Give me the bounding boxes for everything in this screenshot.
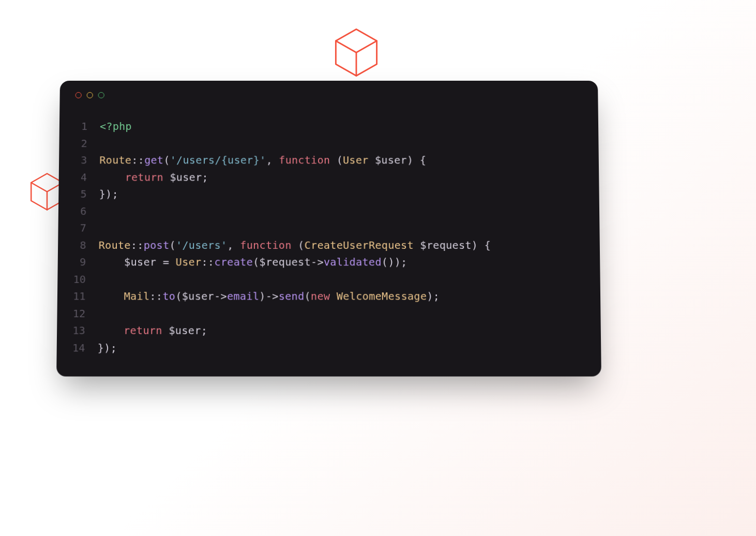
token bbox=[99, 171, 125, 183]
token: , bbox=[227, 239, 240, 251]
token: , bbox=[266, 154, 279, 166]
token: new bbox=[311, 290, 330, 302]
token: ; bbox=[202, 171, 208, 183]
close-icon[interactable] bbox=[75, 92, 82, 98]
token: ( bbox=[305, 290, 311, 302]
token: email bbox=[227, 290, 259, 302]
token: ; bbox=[201, 324, 208, 337]
code-line: 7 bbox=[74, 219, 584, 236]
token: ) { bbox=[407, 154, 426, 166]
token: function bbox=[240, 239, 292, 251]
token: User bbox=[176, 256, 202, 268]
token: get bbox=[144, 154, 163, 166]
maximize-icon[interactable] bbox=[98, 92, 104, 98]
line-number: 10 bbox=[73, 271, 98, 288]
line-content: }); bbox=[98, 339, 117, 356]
code-line: 11 Mail::to($user->email)->send(new Welc… bbox=[73, 288, 585, 305]
token: validated bbox=[324, 256, 382, 268]
line-number: 5 bbox=[74, 186, 99, 203]
code-line: 3Route::get('/users/{user}', function (U… bbox=[74, 152, 583, 169]
token: Mail bbox=[124, 290, 149, 302]
line-number: 11 bbox=[73, 288, 98, 305]
token: '/users' bbox=[176, 239, 228, 251]
line-number: 2 bbox=[74, 135, 99, 152]
line-number: 14 bbox=[72, 339, 98, 356]
token: $user bbox=[375, 154, 407, 166]
line-content bbox=[99, 219, 105, 236]
code-line: 2 bbox=[74, 135, 583, 152]
minimize-icon[interactable] bbox=[87, 92, 93, 98]
token: WelcomeMessage bbox=[330, 290, 427, 302]
token: = bbox=[163, 256, 176, 268]
line-content bbox=[99, 202, 105, 219]
line-content: $user = User::create($request->validated… bbox=[98, 254, 407, 271]
code-editor-window: 1<?php2 3Route::get('/users/{user}', fun… bbox=[56, 81, 601, 377]
token: ( bbox=[175, 290, 182, 302]
line-number: 3 bbox=[74, 152, 100, 169]
line-number: 13 bbox=[72, 322, 98, 339]
line-number: 9 bbox=[73, 254, 99, 271]
code-line: 4 return $user; bbox=[74, 169, 584, 186]
line-number: 7 bbox=[74, 219, 99, 236]
code-line: 8Route::post('/users', function (CreateU… bbox=[73, 236, 584, 254]
token: ( bbox=[330, 154, 343, 166]
token: :: bbox=[201, 256, 214, 268]
token: create bbox=[214, 256, 253, 268]
token: :: bbox=[149, 290, 162, 302]
line-content: return $user; bbox=[98, 322, 207, 339]
token: -> bbox=[311, 256, 324, 268]
token: ( bbox=[253, 256, 260, 268]
token: Route bbox=[99, 239, 131, 251]
token: '/users/{user}' bbox=[170, 154, 266, 166]
token: <?php bbox=[100, 120, 132, 132]
line-content bbox=[98, 305, 104, 322]
token: $user bbox=[182, 290, 214, 302]
line-content: }); bbox=[99, 186, 119, 203]
token: $request bbox=[259, 256, 311, 268]
token: $request bbox=[420, 239, 472, 251]
token: ) bbox=[259, 290, 266, 302]
line-content: Route::get('/users/{user}', function (Us… bbox=[99, 152, 426, 169]
token: }); bbox=[98, 341, 117, 354]
line-number: 4 bbox=[74, 169, 100, 186]
token: -> bbox=[214, 290, 227, 302]
token: function bbox=[279, 154, 330, 166]
code-line: 10 bbox=[73, 271, 584, 288]
token: ()); bbox=[382, 256, 407, 268]
code-line: 9 $user = User::create($request->validat… bbox=[73, 254, 584, 271]
token: :: bbox=[131, 154, 144, 166]
line-number: 8 bbox=[73, 236, 99, 254]
window-controls bbox=[59, 81, 598, 102]
token bbox=[98, 290, 124, 302]
token: ) { bbox=[472, 239, 491, 251]
line-content bbox=[100, 135, 107, 152]
token: return bbox=[124, 324, 162, 337]
line-content: return $user; bbox=[99, 169, 208, 186]
token: return bbox=[125, 171, 164, 183]
line-content bbox=[98, 271, 105, 288]
code-line: 13 return $user; bbox=[72, 322, 585, 339]
line-number: 1 bbox=[75, 118, 100, 135]
token: ( bbox=[292, 239, 305, 251]
token: to bbox=[162, 290, 175, 302]
cube-icon bbox=[333, 27, 380, 79]
line-content: <?php bbox=[100, 118, 132, 135]
token: }); bbox=[99, 188, 118, 200]
token: $user bbox=[163, 171, 202, 183]
token: $user bbox=[162, 324, 201, 337]
line-number: 12 bbox=[73, 305, 98, 322]
code-line: 14}); bbox=[72, 339, 585, 356]
code-line: 5}); bbox=[74, 186, 583, 203]
token: :: bbox=[131, 239, 144, 251]
token: ( bbox=[169, 239, 176, 251]
code-line: 12 bbox=[73, 305, 585, 322]
token: -> bbox=[266, 290, 279, 302]
line-number: 6 bbox=[74, 202, 99, 219]
line-content: Mail::to($user->email)->send(new Welcome… bbox=[98, 288, 440, 305]
token: ( bbox=[163, 154, 170, 166]
token: $user bbox=[98, 256, 163, 268]
token: send bbox=[279, 290, 305, 302]
code-line: 1<?php bbox=[75, 118, 583, 135]
token: CreateUserRequest bbox=[305, 239, 420, 251]
code-block: 1<?php2 3Route::get('/users/{user}', fun… bbox=[57, 102, 601, 356]
